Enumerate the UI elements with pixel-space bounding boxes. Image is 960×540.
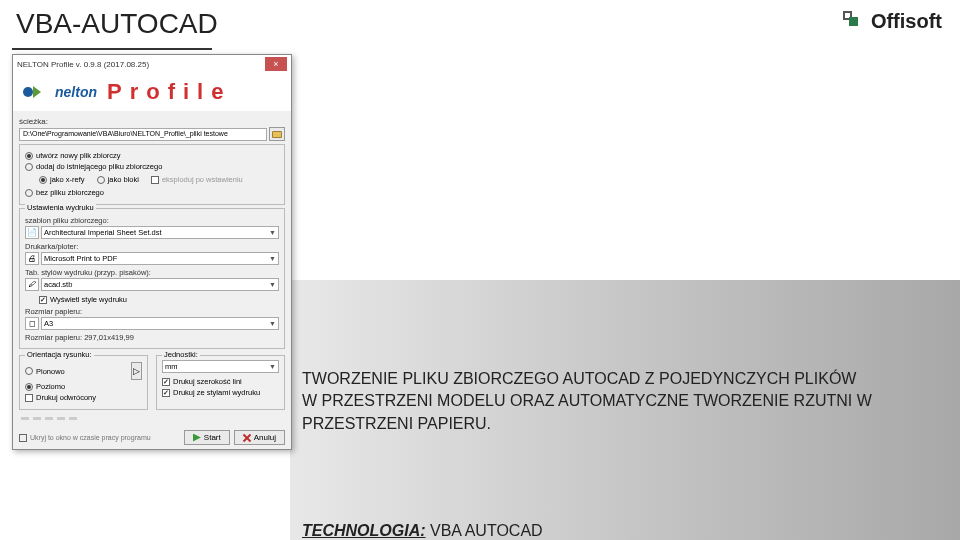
technology-line: TECHNOLOGIA: VBA AUTOCAD: [302, 522, 543, 540]
radio-append-file[interactable]: [25, 163, 33, 171]
template-label: szablon pliku zbiorczego:: [25, 216, 279, 225]
print-settings-group: Ustawienia wydruku szablon pliku zbiorcz…: [19, 208, 285, 349]
offisoft-logo-text: Offisoft: [871, 10, 942, 33]
description-line2: W PRZESTRZENI MODELU ORAZ AUTOMATYCZNE T…: [302, 392, 872, 431]
check-linewidth[interactable]: [162, 378, 170, 386]
nelton-logo-icon: [21, 83, 53, 101]
check-explode-label: eksploduj po wstawieniu: [162, 175, 243, 184]
template-icon: 📄: [25, 226, 39, 239]
technology-value: VBA AUTOCAD: [426, 522, 543, 539]
offisoft-logo: Offisoft: [843, 10, 942, 33]
chevron-down-icon: ▼: [269, 229, 276, 236]
radio-no-file[interactable]: [25, 189, 33, 197]
browse-button[interactable]: [269, 127, 285, 141]
units-title: Jednostki:: [162, 350, 200, 359]
dialog-header: nelton Profile: [13, 73, 291, 111]
orientation-title: Orientacja rysunku:: [25, 350, 94, 359]
paper-size-combo[interactable]: A3▼: [41, 317, 279, 330]
penstyle-icon: 🖊: [25, 278, 39, 291]
cancel-button-label: Anuluj: [254, 433, 276, 442]
progress-placeholder: [21, 417, 285, 420]
radio-no-file-label: bez pliku zbiorczego: [36, 188, 104, 197]
radio-new-file[interactable]: [25, 152, 33, 160]
radio-xref-label: jako x-refy: [50, 175, 85, 184]
radio-xref[interactable]: [39, 176, 47, 184]
paper-dims-label: Rozmiar papieru: 297,01x419,99: [25, 333, 279, 342]
units-combo[interactable]: mm▼: [162, 360, 279, 373]
close-icon[interactable]: ×: [265, 57, 287, 71]
profile-word: Profile: [107, 79, 231, 105]
title-underline: [12, 48, 212, 50]
paper-icon: ◻: [25, 317, 39, 330]
check-reverse-label: Drukuj odwrócony: [36, 393, 96, 402]
arrow-right-icon[interactable]: ▷: [131, 362, 142, 380]
path-label: ścieżka:: [19, 117, 285, 126]
close-icon: [243, 434, 251, 442]
check-show-style[interactable]: [39, 296, 47, 304]
check-printstyle-label: Drukuj ze stylami wydruku: [173, 388, 260, 397]
nelton-logo-text: nelton: [55, 84, 97, 100]
check-linewidth-label: Drukuj szerokość lini: [173, 377, 242, 386]
start-button-label: Start: [204, 433, 221, 442]
dialog-footer: Ukryj to okno w czasie pracy programu St…: [13, 426, 291, 449]
description-text: TWORZENIE PLIKU ZBIORCZEGO AUTOCAD Z POJ…: [302, 368, 940, 435]
radio-landscape-label: Poziomo: [36, 382, 65, 391]
check-show-style-label: Wyświetl style wydruku: [50, 295, 127, 304]
chevron-down-icon: ▼: [269, 255, 276, 262]
penstyle-combo[interactable]: acad.stb▼: [41, 278, 279, 291]
play-icon: [193, 434, 201, 442]
units-value: mm: [165, 362, 178, 371]
radio-block[interactable]: [97, 176, 105, 184]
printer-combo[interactable]: Microsoft Print to PDF▼: [41, 252, 279, 265]
dialog-titlebar: NELTON Profile v. 0.9.8 (2017.08.25) ×: [13, 55, 291, 73]
profile-dialog: NELTON Profile v. 0.9.8 (2017.08.25) × n…: [12, 54, 292, 450]
slide-title: VBA-AUTOCAD: [16, 8, 218, 40]
check-printstyle[interactable]: [162, 389, 170, 397]
start-button[interactable]: Start: [184, 430, 230, 445]
template-combo[interactable]: Architectural Imperial Sheet Set.dst▼: [41, 226, 279, 239]
paper-size-label: Rozmiar papieru:: [25, 307, 279, 316]
technology-label: TECHNOLOGIA:: [302, 522, 426, 539]
radio-portrait-label: Pionowo: [36, 367, 65, 376]
template-value: Architectural Imperial Sheet Set.dst: [44, 228, 162, 237]
radio-append-file-label: dodaj do istniejącego pliku zbiorczego: [36, 162, 162, 171]
check-reverse[interactable]: [25, 394, 33, 402]
nelton-logo: nelton: [21, 83, 97, 101]
printer-icon: 🖨: [25, 252, 39, 265]
radio-portrait[interactable]: [25, 367, 33, 375]
units-group: Jednostki: mm▼ Drukuj szerokość lini Dru…: [156, 355, 285, 410]
check-hide-window-label: Ukryj to okno w czasie pracy programu: [30, 434, 151, 441]
printer-label: Drukarka/ploter:: [25, 242, 279, 251]
penstyle-label: Tab. stylów wydruku (przyp. pisaków):: [25, 268, 279, 277]
check-hide-window[interactable]: [19, 434, 27, 442]
penstyle-value: acad.stb: [44, 280, 72, 289]
dialog-title-text: NELTON Profile v. 0.9.8 (2017.08.25): [17, 60, 149, 69]
radio-landscape[interactable]: [25, 383, 33, 391]
chevron-down-icon: ▼: [269, 363, 276, 370]
radio-new-file-label: utwórz nowy plik zbiorczy: [36, 151, 121, 160]
radio-block-label: jako bloki: [108, 175, 139, 184]
printer-value: Microsoft Print to PDF: [44, 254, 117, 263]
chevron-down-icon: ▼: [269, 320, 276, 327]
print-group-title: Ustawienia wydruku: [25, 203, 96, 212]
folder-icon: [272, 131, 282, 138]
path-input[interactable]: D:\One\Programowanie\VBA\Biuro\NELTON_Pr…: [19, 128, 267, 141]
cancel-button[interactable]: Anuluj: [234, 430, 285, 445]
description-line1: TWORZENIE PLIKU ZBIORCZEGO AUTOCAD Z POJ…: [302, 370, 856, 387]
orientation-group: Orientacja rysunku: Pionowo ▷ Poziomo Dr…: [19, 355, 148, 410]
file-mode-group: utwórz nowy plik zbiorczy dodaj do istni…: [19, 144, 285, 205]
chevron-down-icon: ▼: [269, 281, 276, 288]
check-explode[interactable]: [151, 176, 159, 184]
offisoft-logo-icon: [843, 11, 865, 33]
paper-size-value: A3: [44, 319, 53, 328]
